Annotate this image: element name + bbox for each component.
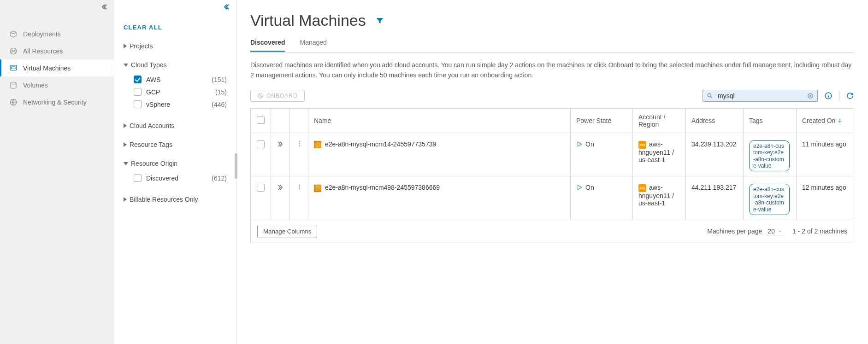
facet-cloud-types-toggle[interactable]: Cloud Types — [124, 61, 227, 69]
option-label: Discovered — [146, 175, 178, 182]
search-box[interactable] — [703, 90, 818, 102]
col-address[interactable]: Address — [686, 108, 744, 133]
manage-columns-button[interactable]: Manage Columns — [257, 225, 317, 238]
tab-managed[interactable]: Managed — [300, 34, 326, 52]
row-checkbox[interactable] — [257, 184, 265, 192]
scrollbar-thumb[interactable] — [235, 153, 237, 179]
collapse-filters-icon[interactable] — [222, 3, 230, 11]
facet-cloud-accounts-toggle[interactable]: Cloud Accounts — [124, 122, 227, 129]
sidebar-item-deployments[interactable]: Deployments — [0, 25, 114, 42]
facet-resource-tags-toggle[interactable]: Resource Tags — [124, 141, 227, 148]
option-count: (151) — [212, 76, 227, 83]
col-tags[interactable]: Tags — [744, 108, 797, 133]
sidebar-item-virtual-machines[interactable]: Virtual Machines — [0, 59, 114, 76]
vm-icon — [314, 185, 321, 192]
tabs: Discovered Managed — [250, 34, 854, 52]
select-all-checkbox[interactable] — [257, 116, 265, 124]
table-header-row: Name Power State Account / Region Addres… — [251, 108, 854, 133]
created-on: 11 minutes ago — [797, 133, 854, 176]
option-count: (446) — [212, 101, 227, 108]
vm-name[interactable]: e2e-a8n-mysql-mcm498-245597386669 — [325, 184, 440, 191]
refresh-icon[interactable] — [846, 92, 854, 100]
facet-label: Resource Origin — [131, 160, 177, 167]
col-account[interactable]: Account / Region — [633, 108, 686, 133]
table-footer: Manage Columns Machines per page 20 1 - … — [250, 220, 854, 243]
page-title-text: Virtual Machines — [250, 12, 366, 29]
expand-row-icon[interactable] — [277, 142, 284, 149]
per-page-label: Machines per page — [707, 227, 762, 235]
info-icon[interactable] — [824, 92, 833, 100]
svg-rect-2 — [12, 67, 15, 69]
tag-chip[interactable]: e2e-a8n-custom-key:e2e-a8n-custome-value — [749, 140, 790, 172]
cloud-type-gcp-checkbox[interactable]: GCP — [134, 88, 160, 96]
svg-point-3 — [11, 82, 16, 84]
address: 34.239.113.202 — [686, 133, 744, 176]
tag-chip[interactable]: e2e-a8n-custom-key:e2e-a8n-custome-value — [749, 184, 790, 215]
divider — [839, 91, 839, 100]
svg-point-11 — [298, 145, 299, 146]
col-label: Created On — [802, 117, 835, 124]
page-title: Virtual Machines — [250, 12, 854, 29]
option-label: vSphere — [146, 101, 170, 108]
created-on: 12 minutes ago — [797, 176, 854, 220]
filter-icon[interactable] — [375, 16, 384, 25]
page-description: Discovered machines are identified when … — [250, 60, 854, 81]
col-name[interactable]: Name — [308, 108, 571, 133]
chevron-down-icon — [778, 229, 782, 233]
tab-discovered[interactable]: Discovered — [250, 34, 285, 52]
sidebar-item-label: Virtual Machines — [23, 64, 71, 72]
row-checkbox[interactable] — [257, 140, 265, 148]
search-icon — [707, 93, 713, 99]
sidebar-item-volumes[interactable]: Volumes — [0, 76, 114, 93]
expand-row-icon[interactable] — [277, 185, 284, 192]
svg-point-9 — [298, 141, 299, 142]
power-state: On — [576, 184, 594, 191]
aws-icon — [638, 141, 646, 149]
sidebar-item-label: Deployments — [23, 30, 61, 38]
clear-all-filters[interactable]: CLEAR ALL — [124, 24, 227, 31]
table-row: e2e-a8n-mysql-mcm14-245597735739Onaws-hn… — [251, 133, 854, 176]
option-count: (612) — [212, 175, 227, 182]
sidebar-item-label: Volumes — [23, 82, 48, 89]
pagination-range: 1 - 2 of 2 machines — [792, 227, 847, 235]
sidebar-item-all-resources[interactable]: All Resources — [0, 42, 114, 59]
clear-search-icon[interactable] — [807, 93, 814, 99]
facet-projects-toggle[interactable]: Projects — [124, 42, 227, 50]
col-power[interactable]: Power State — [571, 108, 633, 133]
play-icon — [576, 184, 583, 191]
svg-point-10 — [298, 143, 299, 144]
onboard-button[interactable]: ONBOARD — [250, 90, 305, 102]
aws-icon — [638, 184, 646, 192]
option-count: (15) — [215, 88, 227, 96]
per-page-value: 20 — [768, 227, 775, 235]
main-content: Virtual Machines Discovered Managed Disc… — [236, 0, 868, 344]
collapse-sidebar-icon[interactable] — [100, 3, 107, 11]
row-actions-icon[interactable] — [296, 141, 302, 148]
vm-name[interactable]: e2e-a8n-mysql-mcm14-245597735739 — [325, 140, 436, 148]
power-state: On — [576, 140, 594, 148]
chevron-right-icon — [124, 197, 127, 202]
row-actions-icon[interactable] — [296, 184, 302, 192]
onboard-label: ONBOARD — [266, 93, 298, 99]
cloud-type-vsphere-checkbox[interactable]: vSphere — [134, 100, 170, 108]
search-input[interactable] — [717, 92, 803, 100]
svg-point-12 — [298, 185, 299, 186]
sidebar-item-label: Networking & Security — [23, 99, 87, 106]
per-page-select[interactable]: 20 — [766, 227, 784, 235]
svg-point-13 — [298, 187, 299, 187]
table-row: e2e-a8n-mysql-mcm498-245597386669Onaws-h… — [251, 176, 854, 220]
facet-label: Cloud Accounts — [130, 122, 174, 129]
cloud-type-aws-checkbox[interactable]: AWS — [134, 76, 160, 83]
option-label: AWS — [146, 76, 160, 83]
facet-billable-toggle[interactable]: Billable Resources Only — [124, 196, 227, 203]
sort-desc-icon — [837, 118, 843, 123]
facet-label: Projects — [130, 42, 153, 50]
sidebar-item-label: All Resources — [23, 47, 63, 55]
resource-origin-discovered-checkbox[interactable]: Discovered — [134, 174, 178, 182]
sidebar-item-networking-security[interactable]: Networking & Security — [0, 93, 114, 111]
chevron-down-icon — [124, 162, 128, 165]
chevron-down-icon — [124, 64, 128, 67]
option-label: GCP — [146, 88, 160, 96]
facet-resource-origin-toggle[interactable]: Resource Origin — [124, 160, 227, 167]
col-created[interactable]: Created On — [797, 108, 854, 133]
